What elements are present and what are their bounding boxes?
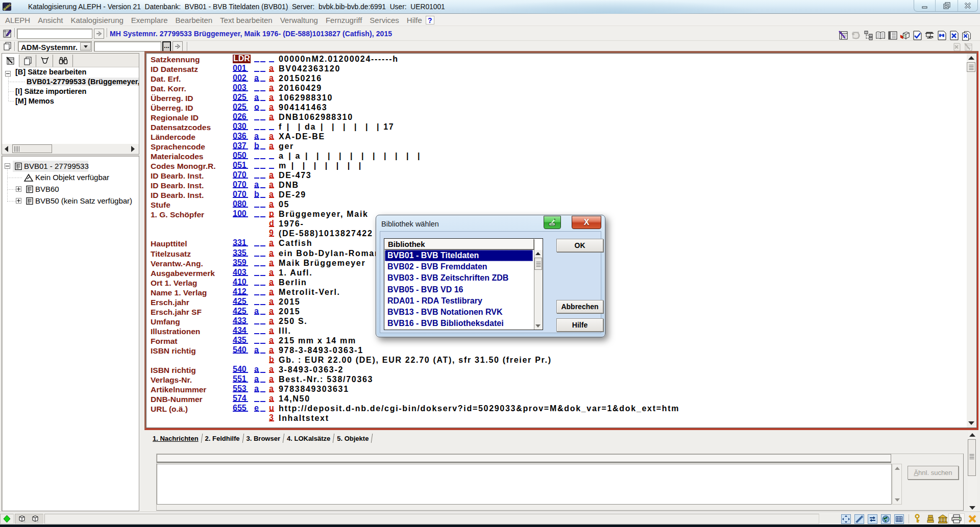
field-tag[interactable]: 051: [233, 161, 249, 169]
field-indicator2[interactable]: [260, 307, 265, 316]
field-indicator1[interactable]: [254, 288, 259, 297]
close-button[interactable]: [958, 0, 977, 11]
field-indicator1[interactable]: [254, 113, 259, 122]
list-view-icon[interactable]: [887, 30, 898, 41]
subfield-code[interactable]: a: [269, 74, 275, 82]
field-indicator1[interactable]: [254, 268, 259, 278]
cancel-button[interactable]: Abbrechen: [556, 300, 603, 313]
chevron-down-icon[interactable]: [80, 42, 91, 51]
field-tag[interactable]: 435: [233, 336, 249, 344]
tree-expand-box[interactable]: [16, 186, 21, 192]
subfield-code[interactable]: a: [269, 336, 275, 344]
subfield-code[interactable]: [269, 55, 275, 64]
field-value[interactable]: DE-473: [279, 171, 311, 180]
menu-services[interactable]: Services: [370, 16, 399, 24]
field-value[interactable]: Ill.: [279, 327, 291, 336]
field-tag[interactable]: 403: [233, 268, 249, 277]
menu-bearbeiten[interactable]: Bearbeiten: [176, 16, 213, 24]
field-indicator2[interactable]: [260, 181, 265, 190]
field-indicator2[interactable]: [260, 190, 265, 199]
subfield-code[interactable]: [269, 161, 275, 170]
field-tag[interactable]: 003: [233, 84, 249, 92]
go-button-2[interactable]: [173, 41, 183, 52]
field-tag[interactable]: 540: [233, 346, 249, 354]
field-tag[interactable]: 036: [233, 132, 249, 140]
field-indicator2[interactable]: [260, 93, 265, 103]
field-indicator1[interactable]: [254, 152, 259, 161]
subfield-code[interactable]: [269, 152, 275, 161]
subfield-code[interactable]: a: [269, 307, 275, 315]
field-indicator2[interactable]: [260, 55, 265, 64]
subfield-code[interactable]: d: [269, 219, 275, 228]
subfield-code[interactable]: 3: [269, 414, 275, 422]
horizontal-scrollbar[interactable]: [2, 144, 139, 154]
subfield-code[interactable]: a: [269, 259, 275, 267]
key-icon[interactable]: [913, 514, 921, 524]
field-indicator1[interactable]: a: [254, 385, 259, 393]
field-indicator1[interactable]: a: [254, 74, 259, 82]
tree-item-memos[interactable]: [M] Memos: [15, 97, 54, 105]
field-indicator1[interactable]: [254, 64, 259, 73]
field-indicator1[interactable]: [254, 394, 259, 404]
field-indicator1[interactable]: [254, 278, 259, 287]
field-indicator1[interactable]: [254, 55, 259, 64]
field-indicator2[interactable]: [260, 171, 265, 180]
field-value[interactable]: Brüggemeyer, Maik: [279, 210, 369, 219]
field-value[interactable]: 2015: [279, 307, 300, 316]
library-item-bvb03[interactable]: BVB03 - BVB Zeitschriften ZDB: [385, 272, 533, 284]
messages-textarea[interactable]: [157, 464, 892, 505]
workbench-icon[interactable]: [924, 30, 935, 41]
tree-expand-box[interactable]: [16, 198, 21, 204]
subfield-code[interactable]: a: [269, 394, 275, 403]
field-value[interactable]: http://deposit.d-nb.de/cgi-bin/dokserv?i…: [279, 404, 679, 413]
lower-tab-3[interactable]: 3. Browser: [243, 435, 283, 442]
field-indicator2[interactable]: [260, 297, 265, 307]
edit-record-gray-icon[interactable]: [964, 42, 974, 52]
field-indicator2[interactable]: [260, 317, 265, 326]
library-icon[interactable]: [937, 514, 948, 524]
field-value[interactable]: ger: [279, 142, 294, 151]
field-indicator2[interactable]: [260, 152, 265, 161]
field-value[interactable]: BV042363120: [279, 64, 340, 73]
field-value[interactable]: 14,N50: [279, 394, 310, 404]
field-value[interactable]: Metrolit-Verl.: [279, 288, 340, 297]
subfield-code[interactable]: a: [269, 239, 275, 247]
field-indicator1[interactable]: [254, 249, 259, 258]
field-indicator2[interactable]: [260, 161, 265, 170]
tree-collapse-box[interactable]: [5, 71, 11, 77]
messages-scrollbar[interactable]: [892, 464, 902, 505]
export-box-icon[interactable]: [899, 30, 911, 41]
help-button[interactable]: Hilfe: [556, 318, 603, 332]
field-indicator2[interactable]: [260, 268, 265, 278]
field-tag[interactable]: 070: [233, 181, 249, 189]
subfield-code[interactable]: p: [269, 210, 275, 218]
record-search-input[interactable]: [17, 29, 92, 39]
library-item-bvb05[interactable]: BVB05 - BVB VD 16: [385, 284, 533, 295]
check-record-icon[interactable]: [912, 30, 923, 41]
field-indicator1[interactable]: a: [254, 365, 259, 373]
subfield-code[interactable]: a: [269, 84, 275, 92]
printer-icon[interactable]: [948, 513, 965, 524]
subfield-code[interactable]: u: [269, 404, 275, 412]
subfield-code[interactable]: a: [269, 142, 275, 150]
subfield-code[interactable]: a: [269, 103, 275, 111]
field-indicator2[interactable]: [260, 288, 265, 297]
subfield-code[interactable]: a: [269, 181, 275, 189]
subfield-code[interactable]: a: [269, 327, 275, 335]
field-indicator2[interactable]: [260, 200, 265, 209]
menu-fernzugriff[interactable]: Fernzugriff: [326, 16, 362, 24]
tree-item-bvb60[interactable]: BVB60: [35, 185, 59, 193]
field-indicator2[interactable]: [260, 84, 265, 93]
field-value[interactable]: a|a|||||||||||: [279, 152, 424, 161]
field-indicator2[interactable]: [260, 278, 265, 287]
subfield-code[interactable]: a: [269, 132, 275, 140]
edit-record-icon[interactable]: [838, 30, 849, 41]
library-item-bvb13[interactable]: BVB13 - BVB Notationen RVK: [385, 307, 533, 318]
field-indicator2[interactable]: [260, 122, 265, 132]
menu-text-bearbeiten[interactable]: Text bearbeiten: [220, 16, 273, 24]
subfield-code[interactable]: a: [269, 93, 275, 102]
subfield-code[interactable]: b: [269, 356, 275, 364]
library-column-header[interactable]: Bibliothek: [384, 239, 534, 249]
grid-icon[interactable]: [894, 514, 904, 524]
subfield-code[interactable]: a: [269, 278, 275, 286]
